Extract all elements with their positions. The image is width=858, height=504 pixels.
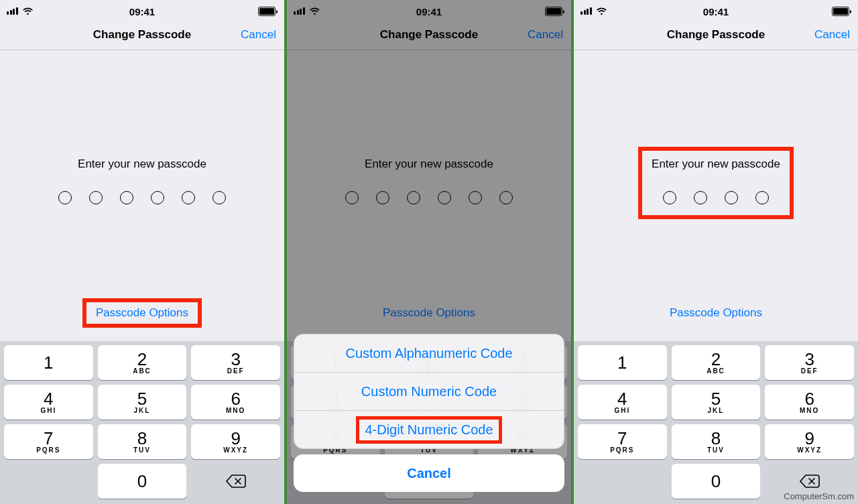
- number-keypad: 1 2 ABC 3 DEF 4 GHI 5 JKL 6 MNO 7 PQRS 8…: [0, 341, 284, 504]
- key-number: 2: [711, 351, 721, 368]
- cancel-button[interactable]: Cancel: [814, 28, 850, 42]
- key-letters: JKL: [708, 407, 725, 414]
- keypad-key-9[interactable]: 9 WXYZ: [191, 424, 280, 459]
- key-letters: GHI: [614, 407, 630, 414]
- key-letters: ABC: [707, 368, 725, 375]
- delete-icon: [225, 473, 247, 489]
- keypad-key-0[interactable]: 0: [98, 464, 187, 499]
- passcode-dot: [694, 191, 707, 204]
- keypad-key-9[interactable]: 9 WXYZ: [765, 424, 854, 459]
- keypad-key-4[interactable]: 4 GHI: [4, 385, 93, 420]
- passcode-dot: [120, 191, 133, 204]
- keypad-key-7[interactable]: 7 PQRS: [578, 424, 667, 459]
- key-number: 7: [44, 430, 53, 447]
- status-time: 09:41: [574, 6, 858, 17]
- key-number: 4: [44, 390, 53, 407]
- key-number: 0: [137, 472, 147, 490]
- passcode-options-link[interactable]: Passcode Options: [86, 302, 198, 324]
- key-number: 1: [617, 354, 627, 371]
- sheet-group: Custom Alphanumeric CodeCustom Numeric C…: [294, 334, 564, 449]
- keypad-key-6[interactable]: 6 MNO: [765, 385, 854, 420]
- sheet-cancel-button[interactable]: Cancel: [294, 454, 564, 492]
- key-number: 8: [137, 430, 147, 447]
- keypad-key-4[interactable]: 4 GHI: [578, 385, 667, 420]
- passcode-prompt: Enter your new passcode: [642, 151, 790, 215]
- keypad-key-0[interactable]: 0: [672, 464, 761, 499]
- watermark: ComputerSm.com: [784, 491, 854, 501]
- key-number: 6: [231, 390, 240, 407]
- passcode-dot: [58, 191, 72, 204]
- passcode-dot: [212, 191, 226, 204]
- key-number: 5: [711, 390, 721, 407]
- key-letters: ABC: [133, 368, 151, 375]
- status-bar: 09:41: [0, 0, 284, 20]
- phone-screen-2: 09:41 Change Passcode Cancel Enter your …: [287, 0, 571, 504]
- keypad-key-5[interactable]: 5 JKL: [98, 385, 187, 420]
- key-letters: TUV: [707, 447, 725, 454]
- key-letters: MNO: [226, 407, 245, 414]
- key-number: 0: [711, 472, 721, 490]
- key-number: 9: [804, 430, 814, 447]
- passcode-dot: [151, 191, 164, 204]
- key-letters: GHI: [40, 407, 56, 414]
- key-letters: JKL: [134, 407, 151, 414]
- sheet-option-0[interactable]: Custom Alphanumeric Code: [294, 334, 564, 372]
- nav-bar: Change Passcode Cancel: [0, 20, 284, 50]
- key-letters: DEF: [801, 368, 818, 375]
- key-letters: WXYZ: [223, 447, 248, 454]
- cancel-button[interactable]: Cancel: [241, 28, 276, 42]
- passcode-dot: [182, 191, 195, 204]
- keypad-key-5[interactable]: 5 JKL: [672, 385, 761, 420]
- keypad-key-8[interactable]: 8 TUV: [98, 424, 187, 459]
- passcode-options-link[interactable]: Passcode Options: [660, 302, 772, 324]
- status-time: 09:41: [0, 6, 284, 17]
- key-number: 4: [617, 390, 627, 407]
- keypad-spacer: [4, 464, 93, 499]
- prompt-text: Enter your new passcode: [78, 158, 206, 171]
- key-number: 8: [711, 430, 721, 447]
- key-number: 7: [617, 430, 627, 447]
- keypad-delete[interactable]: [191, 464, 280, 499]
- key-letters: PQRS: [36, 447, 60, 454]
- key-letters: MNO: [800, 407, 819, 414]
- nav-bar: Change Passcode Cancel: [574, 20, 858, 50]
- passcode-dots: [663, 191, 769, 204]
- keypad-key-1[interactable]: 1: [578, 345, 667, 380]
- keypad-key-1[interactable]: 1: [4, 345, 93, 380]
- key-letters: WXYZ: [797, 447, 822, 454]
- phone-screen-1: 09:41 Change Passcode Cancel Enter your …: [0, 0, 284, 504]
- content-area: Enter your new passcode Passcode Options: [574, 50, 858, 341]
- keypad-key-2[interactable]: 2 ABC: [98, 345, 187, 380]
- sheet-option-1[interactable]: Custom Numeric Code: [294, 372, 564, 410]
- nav-title: Change Passcode: [667, 28, 765, 42]
- keypad-key-8[interactable]: 8 TUV: [672, 424, 761, 459]
- passcode-prompt: Enter your new passcode: [49, 151, 235, 215]
- key-letters: PQRS: [610, 447, 634, 454]
- key-number: 6: [804, 390, 814, 407]
- delete-icon: [798, 473, 821, 489]
- passcode-dot: [755, 191, 769, 204]
- keypad-key-2[interactable]: 2 ABC: [672, 345, 761, 380]
- keypad-key-7[interactable]: 7 PQRS: [4, 424, 93, 459]
- passcode-dot: [89, 191, 103, 204]
- key-letters: TUV: [133, 447, 151, 454]
- status-bar: 09:41: [574, 0, 858, 20]
- passcode-dot: [663, 191, 676, 204]
- nav-title: Change Passcode: [93, 28, 191, 42]
- key-number: 1: [44, 354, 53, 371]
- key-number: 3: [231, 351, 240, 368]
- prompt-text: Enter your new passcode: [652, 158, 780, 171]
- key-number: 5: [137, 390, 147, 407]
- content-area: Enter your new passcode Passcode Options: [0, 50, 284, 341]
- sheet-option-2[interactable]: 4-Digit Numeric Code: [294, 410, 564, 448]
- keypad-key-3[interactable]: 3 DEF: [765, 345, 854, 380]
- key-number: 3: [804, 351, 814, 368]
- keypad-key-3[interactable]: 3 DEF: [191, 345, 280, 380]
- keypad-key-6[interactable]: 6 MNO: [191, 385, 280, 420]
- battery-icon: [258, 7, 278, 16]
- key-letters: DEF: [227, 368, 245, 375]
- key-number: 2: [137, 351, 147, 368]
- number-keypad: 1 2 ABC 3 DEF 4 GHI 5 JKL 6 MNO 7 PQRS 8…: [574, 341, 858, 504]
- passcode-dot: [725, 191, 738, 204]
- action-sheet: Custom Alphanumeric CodeCustom Numeric C…: [294, 334, 564, 492]
